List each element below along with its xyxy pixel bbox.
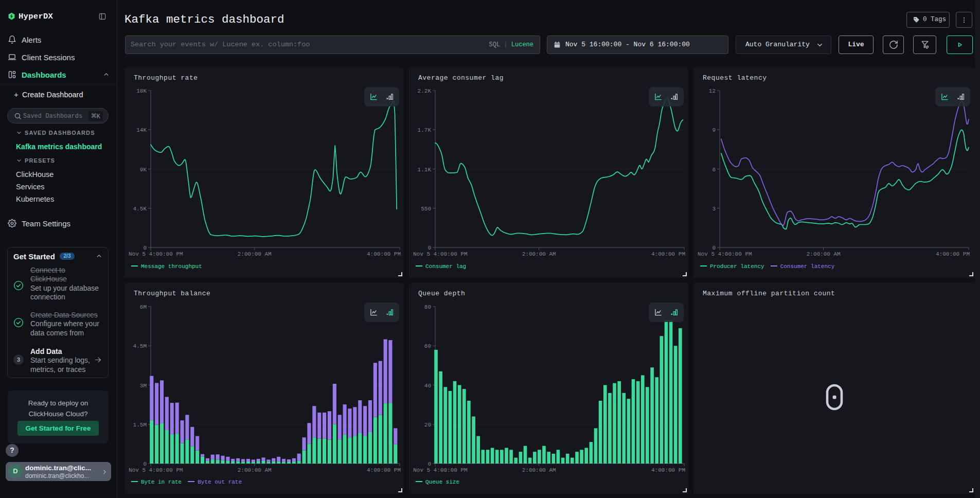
svg-text:0: 0 bbox=[143, 461, 147, 467]
svg-text:80: 80 bbox=[424, 304, 431, 310]
svg-text:4:00:00 PM: 4:00:00 PM bbox=[936, 251, 970, 257]
svg-text:1.5M: 1.5M bbox=[133, 422, 147, 428]
svg-text:0: 0 bbox=[712, 245, 716, 251]
svg-text:Nov 5 4:00:00 PM: Nov 5 4:00:00 PM bbox=[413, 251, 468, 257]
svg-text:9K: 9K bbox=[140, 167, 147, 173]
svg-text:3: 3 bbox=[712, 206, 716, 212]
svg-text:Nov 5 4:00:00 PM: Nov 5 4:00:00 PM bbox=[413, 467, 468, 473]
svg-text:4:00:00 PM: 4:00:00 PM bbox=[651, 251, 685, 257]
svg-text:0: 0 bbox=[427, 245, 431, 251]
svg-text:Nov 5 4:00:00 PM: Nov 5 4:00:00 PM bbox=[129, 251, 183, 257]
svg-text:3M: 3M bbox=[140, 383, 147, 389]
svg-text:2:00:00 AM: 2:00:00 AM bbox=[238, 467, 272, 473]
svg-text:4:00:00 PM: 4:00:00 PM bbox=[367, 467, 401, 473]
svg-text:4:00:00 PM: 4:00:00 PM bbox=[367, 251, 401, 257]
svg-text:Nov 5 4:00:00 PM: Nov 5 4:00:00 PM bbox=[129, 467, 183, 473]
svg-text:12: 12 bbox=[709, 88, 716, 94]
svg-text:18K: 18K bbox=[136, 88, 147, 94]
svg-text:0: 0 bbox=[143, 245, 147, 251]
svg-text:2:00:00 AM: 2:00:00 AM bbox=[522, 251, 556, 257]
svg-text:1.7K: 1.7K bbox=[418, 127, 432, 133]
svg-text:Nov 5 4:00:00 PM: Nov 5 4:00:00 PM bbox=[698, 251, 752, 257]
svg-text:20: 20 bbox=[424, 422, 431, 428]
svg-text:550: 550 bbox=[421, 206, 431, 212]
svg-text:0: 0 bbox=[427, 461, 431, 467]
svg-text:4.5K: 4.5K bbox=[133, 206, 147, 212]
svg-text:14K: 14K bbox=[136, 127, 147, 133]
svg-text:60: 60 bbox=[424, 343, 431, 349]
svg-text:2:00:00 AM: 2:00:00 AM bbox=[807, 251, 841, 257]
svg-text:2:00:00 AM: 2:00:00 AM bbox=[238, 251, 272, 257]
svg-text:6M: 6M bbox=[140, 304, 147, 310]
svg-text:4:00:00 PM: 4:00:00 PM bbox=[651, 467, 685, 473]
svg-text:9: 9 bbox=[712, 127, 716, 133]
svg-text:4.5M: 4.5M bbox=[133, 343, 147, 349]
svg-text:40: 40 bbox=[424, 383, 431, 389]
svg-text:6: 6 bbox=[712, 167, 716, 173]
svg-text:2:00:00 AM: 2:00:00 AM bbox=[522, 467, 556, 473]
svg-text:2.2K: 2.2K bbox=[418, 88, 432, 94]
svg-text:1.1K: 1.1K bbox=[418, 167, 432, 173]
